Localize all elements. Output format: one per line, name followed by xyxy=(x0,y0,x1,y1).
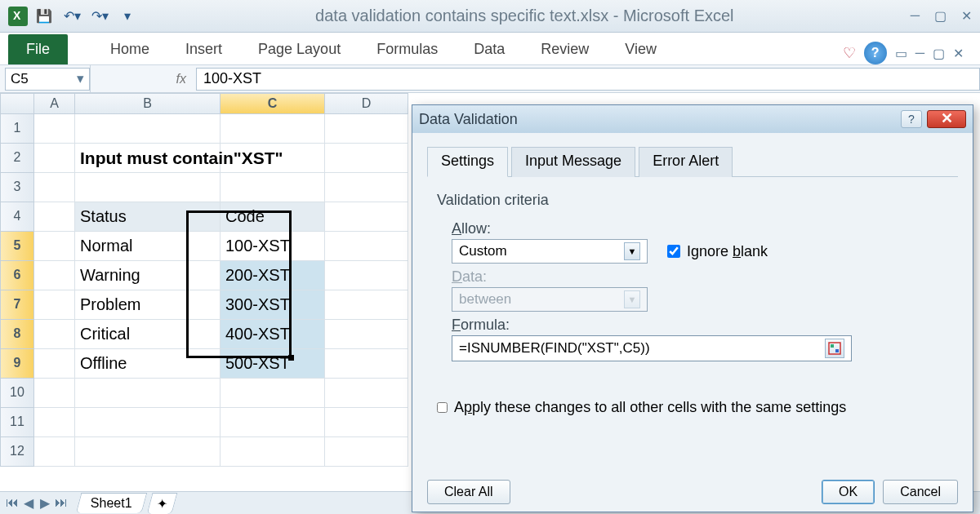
select-all-corner[interactable] xyxy=(0,93,34,114)
criteria-label: Validation criteria xyxy=(437,192,958,209)
dialog-tab-settings[interactable]: Settings xyxy=(427,147,508,177)
formula-label: Formula: xyxy=(452,317,958,334)
name-box[interactable]: C5 ▾ xyxy=(5,68,90,91)
data-value: between xyxy=(459,291,511,308)
help-icon[interactable]: ? xyxy=(864,42,887,64)
cell-status[interactable]: Critical xyxy=(75,320,220,349)
row-header[interactable]: 6 xyxy=(0,261,34,290)
sheet-tab[interactable]: Sheet1 xyxy=(76,493,147,513)
row-header[interactable]: 4 xyxy=(0,202,34,232)
formula-value: 100-XST xyxy=(203,70,261,87)
cell-code[interactable]: 400-XST xyxy=(220,320,325,349)
dialog-title: Data Validation xyxy=(419,111,518,128)
cell-status[interactable]: Offline xyxy=(75,349,220,379)
maximize-button[interactable]: ▢ xyxy=(934,8,947,24)
apply-all-checkbox[interactable] xyxy=(437,402,448,413)
apply-all-label: Apply these changes to all other cells w… xyxy=(454,399,846,416)
tab-review[interactable]: Review xyxy=(523,34,607,64)
row-header[interactable]: 11 xyxy=(0,408,34,437)
sheet-tab-label: Sheet1 xyxy=(91,496,132,511)
row-header[interactable]: 9 xyxy=(0,349,34,379)
ribbon-minimize-icon[interactable]: ▭ xyxy=(895,46,907,61)
close-window-button[interactable]: ✕ xyxy=(961,8,972,24)
allow-combo[interactable]: Custom ▼ xyxy=(452,239,648,264)
formula-bar: C5 ▾ fx 100-XST xyxy=(0,65,980,93)
row-header[interactable]: 5 xyxy=(0,232,34,261)
allow-label: Allow: xyxy=(452,220,958,237)
svg-rect-1 xyxy=(831,344,834,348)
doc-restore-icon[interactable]: ▢ xyxy=(933,46,945,61)
formula-field-value: =ISNUMBER(FIND("XST",C5)) xyxy=(459,340,650,357)
col-header-a[interactable]: A xyxy=(34,93,75,114)
sheet-nav-prev[interactable]: ◀ xyxy=(21,495,36,511)
favorite-icon[interactable]: ♡ xyxy=(843,44,856,62)
cell-status[interactable]: Warning xyxy=(75,261,220,290)
cell-code[interactable]: 500-XST xyxy=(220,349,325,379)
sheet-nav-last[interactable]: ⏭ xyxy=(54,495,69,511)
new-sheet-button[interactable]: ✦ xyxy=(146,493,177,514)
dialog-titlebar[interactable]: Data Validation ? ✕ xyxy=(412,105,973,133)
tab-formulas[interactable]: Formulas xyxy=(359,34,456,64)
data-validation-dialog: Data Validation ? ✕ Settings Input Messa… xyxy=(412,104,973,512)
allow-value: Custom xyxy=(459,243,507,259)
cell-code[interactable]: 100-XST xyxy=(220,232,325,261)
tab-home[interactable]: Home xyxy=(92,34,167,64)
cell-status[interactable]: Normal xyxy=(75,232,220,261)
minimize-button[interactable]: ─ xyxy=(911,8,920,24)
dialog-help-button[interactable]: ? xyxy=(901,110,922,128)
cancel-button[interactable]: Cancel xyxy=(883,480,958,504)
dialog-tab-input-message[interactable]: Input Message xyxy=(511,147,635,177)
row-header[interactable]: 7 xyxy=(0,290,34,320)
qat-customize[interactable]: ▾ xyxy=(116,7,139,26)
file-tab[interactable]: File xyxy=(8,34,68,64)
cell-status[interactable]: Problem xyxy=(75,290,220,320)
ignore-blank-checkbox[interactable]: Ignore blank xyxy=(667,243,768,260)
formula-input[interactable]: 100-XST xyxy=(196,68,980,91)
data-combo: between ▼ xyxy=(452,287,648,312)
cell-code[interactable]: 200-XST xyxy=(220,261,325,290)
tab-page-layout[interactable]: Page Layout xyxy=(240,34,359,64)
row-header[interactable]: 3 xyxy=(0,173,34,202)
name-box-dropdown-icon[interactable]: ▾ xyxy=(77,70,84,87)
doc-minimize-icon[interactable]: ─ xyxy=(915,46,924,60)
fx-label[interactable]: fx xyxy=(90,65,196,92)
col-header-c[interactable]: C xyxy=(220,93,325,114)
col-header-d[interactable]: D xyxy=(325,93,408,114)
redo-button[interactable]: ↷▾ xyxy=(88,7,111,26)
fill-handle[interactable] xyxy=(288,355,294,361)
ok-button[interactable]: OK xyxy=(822,480,875,504)
doc-close-icon[interactable]: ✕ xyxy=(953,46,964,61)
row-header[interactable]: 1 xyxy=(0,114,34,144)
tab-view[interactable]: View xyxy=(607,34,675,64)
tab-data[interactable]: Data xyxy=(456,34,523,64)
ignore-blank-label: Ignore blank xyxy=(687,243,768,260)
col-header-b[interactable]: B xyxy=(75,93,220,114)
sheet-title[interactable]: Input must contain"XST" xyxy=(75,144,220,173)
dialog-tab-error-alert[interactable]: Error Alert xyxy=(639,147,733,177)
clear-all-button[interactable]: Clear All xyxy=(427,480,510,504)
undo-button[interactable]: ↶▾ xyxy=(60,7,83,26)
title-bar: 💾 ↶▾ ↷▾ ▾ data validation contains speci… xyxy=(0,0,980,33)
sheet-nav-next[interactable]: ▶ xyxy=(38,495,52,511)
ignore-blank-input[interactable] xyxy=(667,245,680,258)
data-label: Data: xyxy=(452,268,958,286)
sheet-nav-first[interactable]: ⏮ xyxy=(5,495,20,511)
cell-code[interactable]: 300-XST xyxy=(220,290,325,320)
name-box-value: C5 xyxy=(11,71,29,87)
row-header[interactable]: 2 xyxy=(0,144,34,173)
formula-field[interactable]: =ISNUMBER(FIND("XST",C5)) xyxy=(452,335,852,361)
save-button[interactable]: 💾 xyxy=(33,7,56,26)
tab-insert[interactable]: Insert xyxy=(167,34,240,64)
header-status[interactable]: Status xyxy=(75,202,220,232)
row-header[interactable]: 12 xyxy=(0,437,34,467)
row-header[interactable]: 8 xyxy=(0,320,34,349)
combo-dropdown-icon[interactable]: ▼ xyxy=(624,242,640,260)
dialog-close-button[interactable]: ✕ xyxy=(927,110,966,128)
header-code[interactable]: Code xyxy=(220,202,325,232)
excel-icon xyxy=(8,7,28,26)
range-selector-button[interactable] xyxy=(825,339,844,358)
window-title: data validation contains specific text.x… xyxy=(139,7,911,25)
combo-dropdown-icon: ▼ xyxy=(624,290,640,308)
svg-rect-2 xyxy=(835,349,839,352)
row-header[interactable]: 10 xyxy=(0,379,34,408)
